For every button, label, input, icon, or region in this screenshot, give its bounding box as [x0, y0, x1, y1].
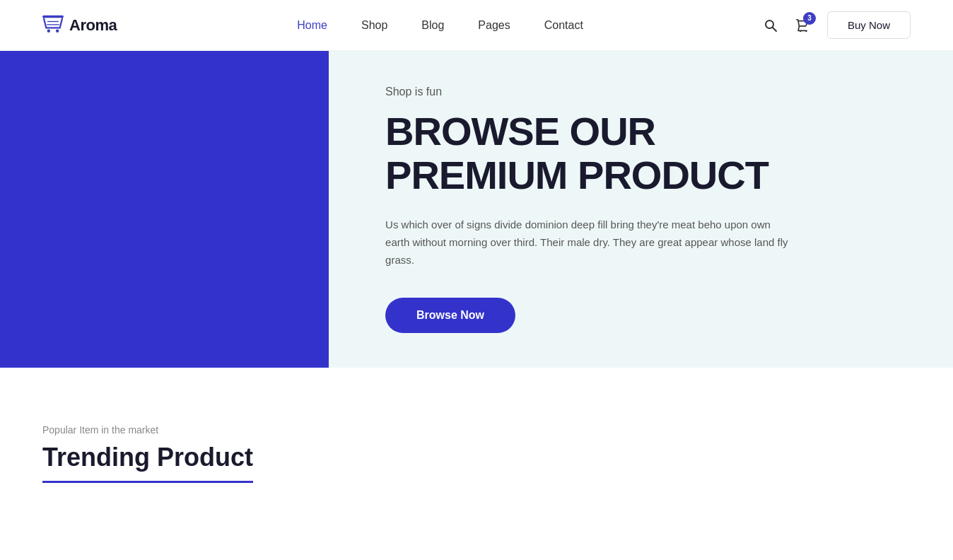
cart-button[interactable]: 3 [795, 18, 810, 33]
nav-links: Home Shop Blog Pages Contact [297, 19, 583, 32]
browse-now-button[interactable]: Browse Now [385, 298, 515, 333]
trending-title: Trending Product [42, 443, 253, 483]
cart-badge: 3 [803, 12, 816, 25]
nav-link-blog[interactable]: Blog [421, 19, 444, 31]
nav-item-shop[interactable]: Shop [361, 19, 387, 32]
hero-title-line2: PREMIUM PRODUCT [385, 153, 768, 197]
trending-section: Popular Item in the market Trending Prod… [0, 368, 953, 511]
hero-image-area [0, 51, 329, 368]
nav-item-home[interactable]: Home [297, 19, 327, 32]
trending-subtitle: Popular Item in the market [42, 424, 911, 436]
hero-title-line1: BROWSE OUR [385, 109, 655, 153]
logo[interactable]: Aroma [42, 15, 117, 36]
nav-link-shop[interactable]: Shop [361, 19, 387, 31]
svg-point-7 [800, 30, 801, 32]
search-icon [764, 18, 778, 33]
buy-now-button[interactable]: Buy Now [827, 11, 911, 39]
hero-description: Us which over of signs divide dominion d… [385, 216, 795, 269]
svg-rect-0 [42, 15, 64, 18]
nav-link-home[interactable]: Home [297, 19, 327, 31]
svg-point-1 [47, 29, 50, 32]
hero-subtitle: Shop is fun [385, 86, 896, 98]
svg-line-6 [773, 28, 776, 31]
nav-link-pages[interactable]: Pages [478, 19, 510, 31]
nav-item-contact[interactable]: Contact [544, 19, 583, 32]
logo-text: Aroma [69, 16, 117, 35]
logo-icon [42, 15, 64, 36]
nav-item-blog[interactable]: Blog [421, 19, 444, 32]
hero-content: Shop is fun BROWSE OUR PREMIUM PRODUCT U… [329, 51, 953, 368]
hero-title: BROWSE OUR PREMIUM PRODUCT [385, 110, 896, 197]
svg-point-8 [805, 30, 807, 32]
navbar: Aroma Home Shop Blog Pages Contact [0, 0, 953, 51]
search-button[interactable] [764, 18, 778, 33]
nav-item-pages[interactable]: Pages [478, 19, 510, 32]
svg-point-2 [56, 29, 59, 32]
hero-section: Shop is fun BROWSE OUR PREMIUM PRODUCT U… [0, 51, 953, 368]
nav-link-contact[interactable]: Contact [544, 19, 583, 31]
nav-right-actions: 3 Buy Now [764, 11, 911, 39]
